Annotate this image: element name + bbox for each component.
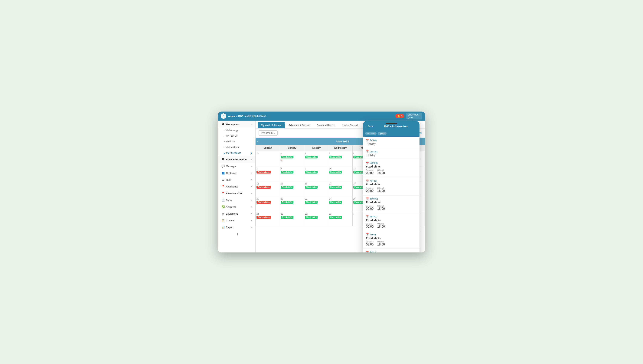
shift-badge: Fixed shifts	[305, 156, 318, 158]
calendar-day[interactable]: 30 Fixed shifts	[304, 211, 328, 226]
calendar-day[interactable]: 14 Weekend day	[256, 181, 280, 196]
sidebar-item-my-message[interactable]: – My Message	[218, 127, 255, 133]
shift-badge: Fixed shifts	[329, 186, 342, 188]
shift-day-item[interactable]: 📅 7(Fri) Fixed shifts On work 09:00 Off …	[363, 231, 420, 249]
off-work-group: Off work 18:00	[377, 241, 385, 246]
shift-badge: Fixed shifts	[329, 201, 342, 204]
off-work-time: 18:00	[377, 171, 385, 175]
sidebar-collapse-button[interactable]: 《	[218, 230, 255, 238]
shift-name: Fixed shifts	[366, 201, 416, 204]
off-work-group: Off work 18:00	[377, 223, 385, 228]
form-icon: 📄	[222, 198, 224, 202]
off-work-label: Off work	[377, 241, 385, 243]
sidebar-workspace-label: Workspace	[226, 123, 239, 126]
on-work-label: On work	[366, 241, 374, 243]
shift-day-item[interactable]: 📅 5(Wed) Fixed shifts On work 09:00 Off …	[363, 195, 420, 213]
calendar-day-icon: 📅	[366, 215, 369, 218]
sidebar-item-workspace[interactable]: 🖥 Workspace ▾	[218, 120, 255, 127]
my-flowform-label: – My Flowform	[224, 146, 239, 148]
tab-my-work-schedule[interactable]: My Work Schedule	[258, 122, 285, 128]
mobile-notch	[386, 123, 397, 124]
calendar-day[interactable]: 23 Fixed shifts	[304, 196, 328, 211]
equipment-chevron: ▾	[251, 212, 252, 215]
calendar-day[interactable]: 16 Fixed shifts	[304, 181, 328, 196]
calendar-day[interactable]: 2 Fixed shifts	[304, 151, 328, 166]
on-work-label: On work	[366, 223, 374, 225]
sidebar-item-attendance[interactable]: 📍 Attendance ▾	[218, 183, 255, 190]
shift-day-label: 5(Wed)	[370, 197, 378, 200]
mobile-filters: 2023-04 ginny	[363, 130, 420, 136]
shift-day-item[interactable]: 📅 3(Mon) Fixed shifts On work 09:00 Off …	[363, 159, 420, 177]
calendar-day[interactable]: 8 Fixed shifts	[280, 166, 304, 181]
sidebar-item-approval[interactable]: ✅ Approval ▾	[218, 204, 255, 210]
sidebar-item-report[interactable]: 📊 Report ▾	[218, 224, 255, 230]
shift-day-item[interactable]: 📅 8(Sat)	[363, 249, 420, 252]
sidebar-item-basic-information[interactable]: ☰ Basic Information ▾	[218, 156, 255, 163]
shift-day-item[interactable]: 📅 2(Sun) Holiday	[363, 148, 420, 159]
calendar-day-icon: 📅	[366, 162, 369, 164]
sidebar-item-form[interactable]: 📄 Form ▾	[218, 197, 255, 204]
filter-date-chip[interactable]: 2023-04	[365, 132, 376, 135]
sidebar-item-task[interactable]: ☰ Task ▾	[218, 176, 255, 183]
app-header: S serviceJDC Mobile Cloud Service 🔔 8 Se…	[218, 112, 425, 120]
col-sunday: Sunday	[256, 145, 280, 151]
shift-day-label: 1(Sat)	[370, 139, 376, 142]
sidebar-item-my-attendance[interactable]: ▶ My Attendance ❯	[218, 150, 255, 156]
shift-badge: Fixed shifts	[280, 201, 294, 204]
shift-name: Fixed shifts	[366, 165, 416, 168]
off-work-time: 18:00	[377, 243, 385, 246]
on-work-time: 09:00	[366, 207, 374, 210]
sidebar-item-customer[interactable]: 👥 Customer ▾	[218, 170, 255, 176]
calendar-day[interactable]: 10 Fixed shifts	[328, 166, 352, 181]
on-work-time: 09:00	[366, 243, 374, 246]
attendance-label: Attendance	[226, 185, 238, 188]
on-work-label: On work	[366, 187, 374, 189]
calendar-day-icon: 📅	[366, 150, 369, 153]
calendar-day[interactable]: 29 Fixed shifts	[280, 211, 304, 226]
shift-day-item[interactable]: 📅 6(Thu) Fixed shifts On work 09:00 Off …	[363, 213, 420, 231]
calendar-day[interactable]: 9 Fixed shifts	[304, 166, 328, 181]
notification-bell[interactable]: 🔔 8	[395, 114, 404, 118]
sidebar-item-equipment[interactable]: ⚙ Equipment ▾	[218, 210, 255, 217]
calendar-day[interactable]: 3 Fixed shifts	[328, 151, 352, 166]
sidebar-item-attendance2[interactable]: 📍 Attendance2.0 ▾	[218, 190, 255, 197]
calendar-day-icon: 📅	[366, 233, 369, 236]
on-work-label: On work	[366, 169, 374, 171]
calendar-day[interactable]: 24 Fixed shifts	[328, 196, 352, 211]
shift-day-item[interactable]: 📅 4(Tue) Fixed shifts On work 09:00 Off …	[363, 177, 420, 195]
calendar-day[interactable]: 30	[256, 151, 280, 166]
filter-user-chip[interactable]: ginny	[378, 132, 386, 135]
mobile-back-button[interactable]: ‹ Back	[366, 125, 373, 128]
main-layout: 🖥 Workspace ▾ – My Message – My Task Lis…	[218, 120, 425, 252]
on-work-group: On work 09:00	[366, 169, 374, 175]
tab-adjustment-record[interactable]: Adjustment Record	[286, 122, 313, 128]
calendar-day[interactable]: 22 Fixed shifts	[280, 196, 304, 211]
shift-badge: Fixed shifts	[280, 171, 294, 174]
calendar-prev-button[interactable]: ‹	[256, 138, 260, 145]
user-info[interactable]: ServiceJDC ginny ▾	[406, 113, 422, 120]
sidebar-item-my-flowform[interactable]: – My Flowform	[218, 144, 255, 150]
calendar-day[interactable]: 17 Fixed shifts	[328, 181, 352, 196]
sidebar-item-contract[interactable]: 📋 Contract ▾	[218, 217, 255, 224]
calendar-day[interactable]: 1 Fixed shifts 📅	[280, 151, 304, 166]
sidebar-item-message[interactable]: 💬 Message ▾	[218, 163, 255, 170]
app-subtitle: Mobile Cloud Service	[244, 115, 266, 118]
tab-overtime-record[interactable]: Overtime Record	[314, 122, 338, 128]
message-chevron: ▾	[251, 165, 252, 168]
calendar-day[interactable]: 21 Weekend day	[256, 196, 280, 211]
sidebar-item-my-task-list[interactable]: – My Task List	[218, 133, 255, 139]
calendar-day[interactable]: 28 Weekend day	[256, 211, 280, 226]
calendar-day[interactable]: 15 Fixed shifts	[280, 181, 304, 196]
calendar-day-icon: 📅	[366, 251, 369, 253]
shift-badge: Fixed shifts	[280, 216, 294, 219]
pre-schedule-button[interactable]: Pre-schedule	[258, 130, 278, 136]
col-monday: Monday	[280, 145, 304, 151]
on-work-group: On work 09:00	[366, 241, 374, 246]
basic-info-chevron: ▾	[251, 158, 252, 161]
calendar-day[interactable]: 7 Weekend day	[256, 166, 280, 181]
my-form-label: – My Form	[224, 140, 234, 143]
calendar-day[interactable]: 31 Fixed shifts	[328, 211, 352, 226]
sidebar-item-my-form[interactable]: – My Form	[218, 139, 255, 144]
tab-leave-record[interactable]: Leave Record	[339, 122, 361, 128]
shift-day-item[interactable]: 📅 1(Sat) Holiday	[363, 136, 420, 148]
